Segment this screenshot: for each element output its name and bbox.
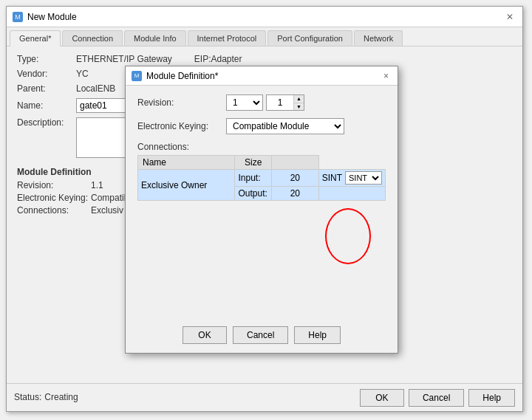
electronic-keying-select[interactable]: Compatible Module — [226, 118, 344, 134]
modal-icon: M — [132, 71, 142, 81]
modal-keying-label: Electronic Keying: — [137, 121, 226, 131]
modal-ok-button[interactable]: OK — [183, 326, 227, 344]
connections-label: Connections: — [137, 142, 189, 152]
revision-up-btn[interactable]: ▲ — [294, 95, 304, 103]
modal-close-icon[interactable]: × — [381, 71, 392, 81]
modal-cancel-button[interactable]: Cancel — [233, 326, 288, 344]
output-label: Output: — [238, 188, 267, 199]
modal-content: Revision: 1 ▲ ▼ — [126, 86, 398, 210]
exclusive-owner-cell: Exclusive Owner — [138, 170, 235, 201]
main-window: M New Module ✕ General* Connection Modul… — [6, 6, 523, 412]
col-name-header: Name — [138, 156, 235, 170]
table-row: Exclusive Owner Input: 20 — [138, 170, 386, 187]
input-size-cell: 20 — [272, 170, 319, 187]
revision-group: 1 ▲ ▼ — [226, 94, 304, 111]
modal-title-bar: M Module Definition* × — [126, 66, 398, 86]
modal-bottom-buttons: OK Cancel Help — [126, 326, 398, 344]
size-circle-annotation — [325, 208, 371, 264]
modal-revision-label: Revision: — [137, 97, 226, 108]
revision-spinner: ▲ ▼ — [266, 94, 304, 111]
modal-revision-row: Revision: 1 ▲ ▼ — [137, 94, 386, 111]
modal-help-button[interactable]: Help — [294, 326, 341, 344]
revision-spinner-input[interactable] — [267, 95, 293, 110]
revision-down-btn[interactable]: ▼ — [294, 103, 304, 111]
modal-overlay: M Module Definition* × Revision: 1 — [7, 7, 522, 411]
connections-table: Name Size Exclusive Owner I — [137, 155, 386, 201]
revision-dropdown[interactable]: 1 — [226, 94, 263, 111]
modal-keying-row: Electronic Keying: Compatible Module — [137, 118, 386, 134]
input-label: Input: — [238, 173, 260, 183]
output-size-cell: 20 — [272, 187, 319, 201]
col-extra-header — [272, 156, 319, 170]
modal-title: Module Definition* — [146, 71, 218, 81]
col-size-header: Size — [235, 156, 272, 170]
data-type-select[interactable]: SINT — [345, 171, 382, 185]
module-def-dialog: M Module Definition* × Revision: 1 — [125, 66, 398, 354]
sint-label: SINT — [322, 173, 342, 183]
